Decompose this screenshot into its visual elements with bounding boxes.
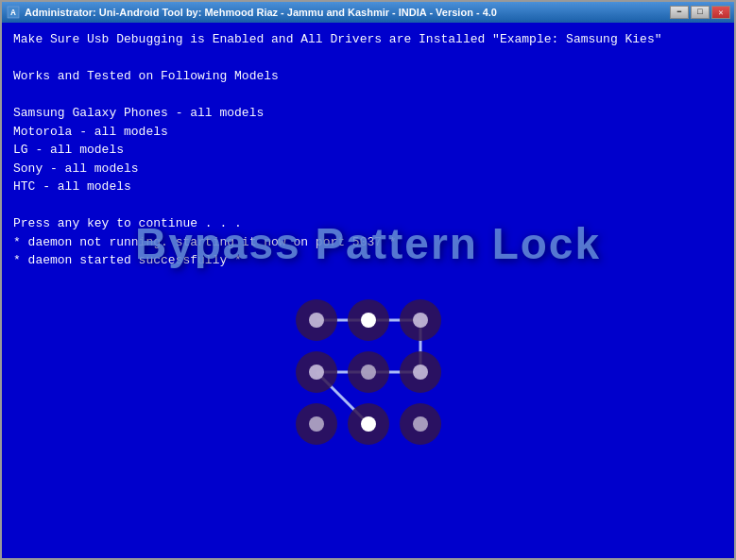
minimize-button[interactable]: − — [670, 6, 689, 19]
svg-point-14 — [309, 365, 324, 380]
console-output: Make Sure Usb Debugging is Enabled and A… — [13, 30, 723, 270]
pattern-svg — [265, 278, 472, 467]
console-area: Make Sure Usb Debugging is Enabled and A… — [2, 23, 734, 558]
svg-point-20 — [309, 416, 324, 432]
svg-point-18 — [413, 365, 428, 380]
svg-text:A: A — [10, 8, 16, 18]
pattern-lock-graphic — [265, 278, 472, 467]
titlebar-buttons: − □ ✕ — [670, 6, 730, 19]
svg-point-8 — [309, 313, 324, 328]
titlebar-left: A Administrator: Uni-Android Tool by: Me… — [6, 5, 497, 20]
app-icon: A — [6, 5, 21, 20]
svg-point-22 — [361, 416, 376, 432]
svg-point-16 — [361, 365, 376, 380]
maximize-button[interactable]: □ — [691, 6, 710, 19]
svg-point-10 — [361, 313, 376, 328]
titlebar: A Administrator: Uni-Android Tool by: Me… — [2, 2, 734, 23]
svg-point-12 — [413, 313, 428, 328]
window-title: Administrator: Uni-Android Tool by: Mehm… — [25, 7, 497, 18]
close-button[interactable]: ✕ — [711, 6, 730, 19]
main-window: A Administrator: Uni-Android Tool by: Me… — [0, 0, 736, 560]
svg-point-24 — [413, 416, 428, 432]
